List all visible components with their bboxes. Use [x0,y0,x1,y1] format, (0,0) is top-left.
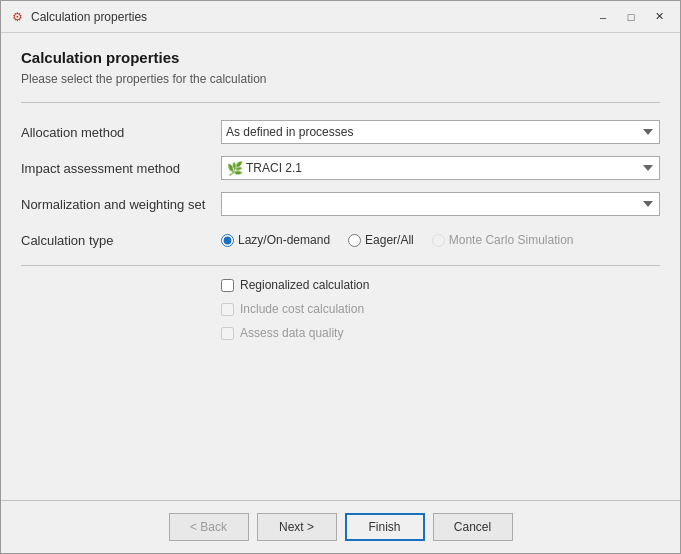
radio-montecarlo-label: Monte Carlo Simulation [449,233,574,247]
radio-eager-label: Eager/All [365,233,414,247]
page-title: Calculation properties [21,49,660,66]
normalization-select[interactable] [221,192,660,216]
radio-eager[interactable]: Eager/All [348,233,414,247]
back-button[interactable]: < Back [169,513,249,541]
checkbox-regionalized[interactable] [221,279,234,292]
checkbox-cost-label: Include cost calculation [240,302,364,316]
form-separator [21,265,660,266]
subtitle: Please select the properties for the cal… [21,72,660,86]
calculation-type-label: Calculation type [21,233,221,248]
normalization-row: Normalization and weighting set [21,191,660,217]
checkbox-cost-option: Include cost calculation [221,302,660,316]
window-title: Calculation properties [31,10,147,24]
title-bar-left: ⚙ Calculation properties [9,9,147,25]
checkbox-dataquality-option: Assess data quality [221,326,660,340]
footer: < Back Next > Finish Cancel [1,500,680,553]
allocation-method-label: Allocation method [21,125,221,140]
impact-method-label: Impact assessment method [21,161,221,176]
minimize-button[interactable]: – [590,7,616,27]
content-area: Calculation properties Please select the… [1,33,680,500]
checkbox-regionalized-label: Regionalized calculation [240,278,369,292]
radio-montecarlo: Monte Carlo Simulation [432,233,574,247]
allocation-method-control: As defined in processes [221,120,660,144]
next-button[interactable]: Next > [257,513,337,541]
allocation-method-select[interactable]: As defined in processes [221,120,660,144]
allocation-method-row: Allocation method As defined in processe… [21,119,660,145]
impact-method-control: 🌿 TRACI 2.1 [221,156,660,180]
radio-lazy-label: Lazy/On-demand [238,233,330,247]
impact-select-wrapper: 🌿 TRACI 2.1 [221,156,660,180]
impact-method-row: Impact assessment method 🌿 TRACI 2.1 [21,155,660,181]
title-bar-controls: – □ ✕ [590,7,672,27]
finish-button[interactable]: Finish [345,513,425,541]
form-area: Allocation method As defined in processe… [21,119,660,500]
checkbox-dataquality [221,327,234,340]
title-bar: ⚙ Calculation properties – □ ✕ [1,1,680,33]
checkbox-section: Regionalized calculation Include cost ca… [21,278,660,340]
checkbox-dataquality-label: Assess data quality [240,326,343,340]
close-button[interactable]: ✕ [646,7,672,27]
window-icon: ⚙ [9,9,25,25]
cancel-button[interactable]: Cancel [433,513,513,541]
checkbox-regionalized-option[interactable]: Regionalized calculation [221,278,660,292]
calculation-type-control: Lazy/On-demand Eager/All Monte Carlo Sim… [221,233,660,247]
radio-lazy-input[interactable] [221,234,234,247]
calculation-type-radio-group: Lazy/On-demand Eager/All Monte Carlo Sim… [221,233,660,247]
normalization-label: Normalization and weighting set [21,197,221,212]
impact-method-select[interactable]: TRACI 2.1 [221,156,660,180]
radio-lazy[interactable]: Lazy/On-demand [221,233,330,247]
header-separator [21,102,660,103]
normalization-control [221,192,660,216]
checkbox-cost [221,303,234,316]
calculation-type-row: Calculation type Lazy/On-demand Eager/Al… [21,227,660,253]
radio-montecarlo-input [432,234,445,247]
radio-eager-input[interactable] [348,234,361,247]
maximize-button[interactable]: □ [618,7,644,27]
main-window: ⚙ Calculation properties – □ ✕ Calculati… [0,0,681,554]
